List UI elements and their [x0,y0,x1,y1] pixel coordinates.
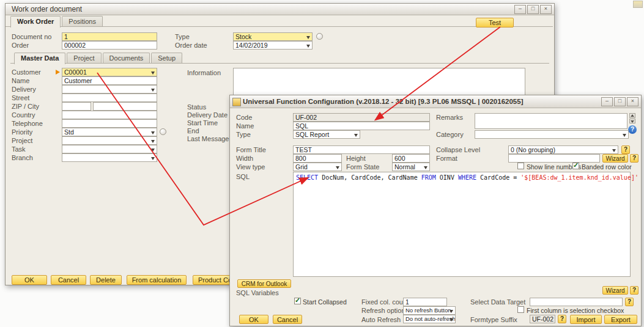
maximize-icon[interactable]: □ [614,97,626,106]
label-select-data-target: Select Data Target [470,298,525,306]
field-remarks[interactable] [475,113,627,129]
label-type: Type [175,33,190,40]
label-order: Order [12,42,29,49]
chevron-down-icon[interactable] [306,45,310,48]
field-type[interactable]: Stock [233,32,313,41]
chevron-down-icon[interactable] [623,134,626,137]
field-refresh-option[interactable]: No refresh Button [403,306,456,315]
field-name[interactable]: Customer [62,76,157,85]
sql-variables-wizard-button[interactable]: Wizard [602,286,628,295]
subtab-project[interactable]: Project [67,53,101,64]
link-circle-icon[interactable] [160,128,166,135]
banded-row-color-checkbox[interactable] [572,163,579,169]
ufc-ok-button[interactable]: OK [239,315,268,324]
subtab-documents[interactable]: Documents [103,53,150,64]
field-task[interactable] [62,145,157,153]
first-column-selection-checkbox[interactable] [517,306,524,313]
field-telephone[interactable] [62,119,157,128]
field-project[interactable] [62,136,157,145]
chevron-down-icon[interactable] [151,149,155,152]
field-ufc-type[interactable]: SQL Report [293,130,360,139]
chevron-down-icon[interactable] [424,166,427,169]
work-order-title: Work order document [6,4,554,15]
select-data-target-help-button[interactable]: ? [625,298,634,306]
chevron-down-icon[interactable] [151,89,155,92]
subtab-master-data[interactable]: Master Data [14,53,65,64]
chevron-down-icon[interactable] [450,318,453,321]
minimize-icon[interactable]: – [514,5,526,14]
field-document-no[interactable]: 1 [62,32,157,41]
field-width[interactable]: 800 [293,154,342,163]
field-height[interactable]: 600 [392,154,430,163]
tab-positions[interactable]: Positions [62,16,103,27]
cancel-button[interactable]: Cancel [51,275,86,285]
minimize-icon[interactable]: – [601,97,613,106]
import-button[interactable]: Import [570,315,602,324]
field-form-title[interactable]: TEST [293,145,430,154]
field-code[interactable]: UF-002 [293,113,430,122]
test-button[interactable]: Test [476,18,514,28]
field-fixed-col-count[interactable]: 1 [403,298,447,306]
tab-work-order[interactable]: Work Order [10,16,61,28]
format-wizard-button[interactable]: Wizard [602,154,628,163]
field-country[interactable] [62,111,157,119]
label-format: Format [436,155,457,162]
tabs-divider [6,26,553,27]
field-zip-city-2[interactable] [93,102,157,111]
show-line-numbers-checkbox[interactable] [517,163,524,169]
field-form-state[interactable]: Normal [392,163,430,171]
format-help-button[interactable]: ? [630,154,638,163]
from-calculation-button[interactable]: From calculation [127,275,187,285]
chevron-down-icon[interactable] [354,134,358,137]
formtype-suffix-help-button[interactable]: ? [558,315,566,323]
chevron-down-icon[interactable] [151,157,155,160]
field-auto-refresh-value: Do not auto-refresh [405,315,456,322]
field-select-data-target[interactable] [530,298,623,306]
field-format[interactable] [508,154,600,163]
type-link-circle-icon[interactable] [316,33,323,40]
sql-variables-help-button[interactable]: ? [630,286,638,295]
field-branch[interactable] [62,153,157,162]
field-auto-refresh[interactable]: Do not auto-refresh [403,315,456,323]
field-view-type[interactable]: Grid [293,163,342,171]
field-zip-city-1[interactable] [62,102,91,111]
chevron-down-icon[interactable] [336,166,339,169]
crm-for-outlook-button[interactable]: CRM for Outlook [237,279,291,288]
close-icon[interactable]: × [627,97,638,106]
field-name[interactable]: SQL [293,122,430,130]
label-form-title: Form Title [236,146,266,153]
field-formtype-suffix[interactable]: UF-002 [530,315,555,323]
chevron-down-icon[interactable] [612,149,616,152]
ufc-titlebar[interactable]: Universal Function Configuration (v.2018… [230,95,641,108]
close-icon[interactable]: × [540,5,552,14]
field-collapse-level[interactable]: 0 (No grouping) [508,145,618,154]
field-priority[interactable]: Std [62,128,157,136]
field-customer[interactable]: C00001 [62,68,157,76]
field-delivery[interactable] [62,85,157,94]
field-category[interactable] [475,130,629,139]
chevron-down-icon[interactable] [151,140,155,143]
delete-button[interactable]: Delete [90,275,122,285]
ufc-cancel-button[interactable]: Cancel [273,315,302,324]
chevron-down-icon[interactable] [450,310,453,313]
export-button[interactable]: Export [604,315,637,324]
help-icon[interactable]: ? [628,125,637,134]
subtab-setup[interactable]: Setup [151,53,182,64]
scroll-down-icon[interactable] [629,119,635,123]
field-street[interactable] [62,94,157,102]
link-arrow-icon[interactable] [56,70,60,75]
field-order-date[interactable]: 14/02/2019 [233,41,313,50]
chevron-down-icon[interactable] [151,131,155,134]
work-order-titlebar[interactable]: Work order document – □ × [6,4,554,15]
ok-button[interactable]: OK [12,275,47,285]
scroll-up-icon[interactable] [629,113,635,118]
chevron-down-icon[interactable] [306,36,310,39]
maximize-icon[interactable]: □ [527,5,539,14]
sql-editor[interactable]: SELECT DocNum, CardCode, CardName FROM O… [293,172,631,277]
field-order[interactable]: 000002 [62,41,157,50]
chevron-down-icon[interactable] [151,72,155,75]
start-collapsed-checkbox[interactable] [294,298,301,304]
collapse-level-help-button[interactable]: ? [621,145,630,154]
label-country: Country [12,111,35,119]
label-project: Project [12,137,32,144]
